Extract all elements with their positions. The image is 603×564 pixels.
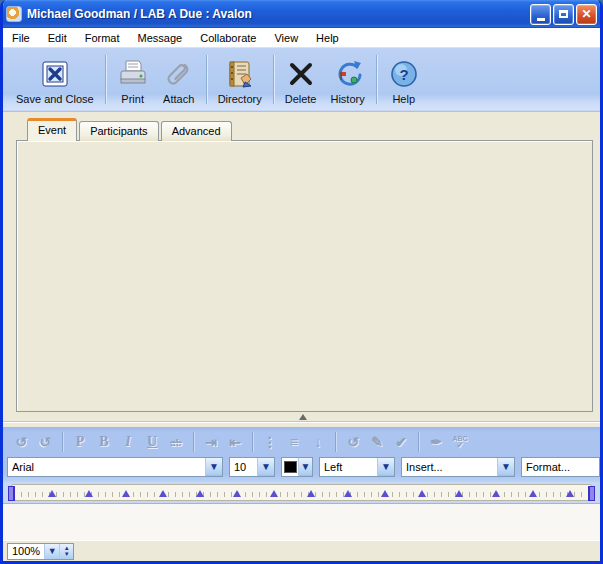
chevron-down-icon[interactable]: ▼ (497, 458, 514, 476)
pen-icon[interactable]: ✎ (365, 431, 389, 453)
print-button[interactable]: Print (110, 51, 156, 108)
tab-stop-icon[interactable] (196, 490, 204, 497)
spellcheck-icon[interactable]: ABC ✓ (448, 431, 472, 453)
splitter-collapse-icon[interactable] (299, 414, 307, 420)
undo-icon[interactable]: ↺ (9, 431, 33, 453)
format-separator (193, 432, 194, 452)
paragraph-lines-icon[interactable]: ≡ (282, 431, 306, 453)
tab-stop-icon[interactable] (270, 490, 278, 497)
format-icon-row: ↺ ↻ P B I U ab ⇥ ⇤ ⋮ ≡ ↓ ↺ ✎ ✔ ✒ ABC ✓ (9, 429, 472, 455)
chevron-down-icon[interactable]: ▼ (377, 458, 394, 476)
bold-icon[interactable]: B (92, 431, 116, 453)
chevron-down-icon[interactable]: ▼ (44, 544, 59, 559)
underline-icon[interactable]: U (140, 431, 164, 453)
attach-icon (163, 57, 195, 91)
menu-view[interactable]: View (265, 29, 307, 47)
save-and-close-button[interactable]: Save and Close (9, 51, 101, 108)
message-body[interactable] (3, 503, 600, 540)
tab-strip: Event Participants Advanced (27, 118, 234, 141)
tab-stop-icon[interactable] (418, 490, 426, 497)
chevron-down-icon[interactable]: ▼ (205, 458, 222, 476)
format-dropdown[interactable]: Format... (521, 457, 600, 477)
maximize-button[interactable] (553, 4, 574, 25)
outline-list-icon[interactable]: ⋮ (258, 431, 282, 453)
font-color-dropdown[interactable]: ▼ (281, 457, 313, 477)
print-label: Print (121, 93, 144, 105)
format-separator (335, 432, 336, 452)
format-separator (252, 432, 253, 452)
font-family-dropdown[interactable]: Arial ▼ (7, 457, 223, 477)
indent-increase-icon[interactable]: ⇥ (199, 431, 223, 453)
directory-button[interactable]: Directory (211, 51, 269, 108)
help-label: Help (392, 93, 415, 105)
menu-help[interactable]: Help (307, 29, 348, 47)
tab-stop-icon[interactable] (344, 490, 352, 497)
zoom-value: 100% (12, 545, 40, 557)
insert-dropdown[interactable]: Insert... ▼ (401, 457, 515, 477)
tab-event[interactable]: Event (27, 118, 77, 141)
help-button[interactable]: ? Help (381, 51, 427, 108)
align-dropdown[interactable]: Left ▼ (319, 457, 395, 477)
attach-button[interactable]: Attach (156, 51, 202, 108)
align-value: Left (324, 461, 342, 473)
history-label: History (330, 93, 364, 105)
signature-icon[interactable]: ✒ (424, 431, 448, 453)
rotate-icon[interactable]: ↺ (341, 431, 365, 453)
menu-file[interactable]: File (3, 29, 39, 47)
menu-format[interactable]: Format (76, 29, 129, 47)
delete-button[interactable]: Delete (278, 51, 324, 108)
minimize-button[interactable] (530, 4, 551, 25)
tab-stop-icon[interactable] (85, 490, 93, 497)
menu-collaborate[interactable]: Collaborate (191, 29, 265, 47)
move-down-icon[interactable]: ↓ (306, 431, 330, 453)
tab-stop-icon[interactable] (122, 490, 130, 497)
toolbar-separator (105, 55, 106, 104)
plain-style-icon[interactable]: P (68, 431, 92, 453)
indent-decrease-icon[interactable]: ⇤ (223, 431, 247, 453)
italic-icon[interactable]: I (116, 431, 140, 453)
chevron-down-icon[interactable]: ▼ (298, 458, 312, 476)
main-toolbar: Save and Close Print Attach (3, 48, 600, 112)
svg-text:?: ? (399, 66, 408, 83)
history-button[interactable]: History (323, 51, 371, 108)
toolbar-separator (273, 55, 274, 104)
splitter-bar[interactable] (3, 412, 600, 427)
font-size-dropdown[interactable]: 10 ▼ (229, 457, 275, 477)
tab-advanced[interactable]: Advanced (161, 121, 232, 141)
tab-stop-icon[interactable] (455, 490, 463, 497)
format-separator (418, 432, 419, 452)
zoom-spinner[interactable]: ▲▼ (59, 544, 73, 559)
left-margin-marker[interactable] (8, 486, 15, 501)
redo-icon[interactable]: ↻ (33, 431, 57, 453)
tab-participants[interactable]: Participants (79, 121, 158, 141)
tab-stop-icon[interactable] (307, 490, 315, 497)
insert-value: Insert... (406, 461, 443, 473)
menu-bar: File Edit Format Message Collaborate Vie… (3, 28, 600, 48)
print-icon (117, 57, 149, 91)
approve-icon[interactable]: ✔ (389, 431, 413, 453)
ruler-track[interactable] (11, 484, 592, 501)
tab-stop-icon[interactable] (566, 490, 574, 497)
close-icon: ✕ (581, 7, 591, 21)
tab-stop-icon[interactable] (492, 490, 500, 497)
title-bar[interactable]: Michael Goodman / LAB A Due : Avalon ✕ (0, 0, 603, 28)
font-size-value: 10 (234, 461, 246, 473)
ruler[interactable] (3, 482, 600, 503)
tab-stop-icon[interactable] (529, 490, 537, 497)
menu-edit[interactable]: Edit (39, 29, 76, 47)
format-value: Format... (526, 461, 570, 473)
directory-label: Directory (218, 93, 262, 105)
menu-message[interactable]: Message (129, 29, 192, 47)
save-and-close-icon (40, 57, 70, 91)
strikethrough-icon[interactable]: ab (164, 431, 188, 453)
format-separator (62, 432, 63, 452)
right-margin-marker[interactable] (588, 486, 595, 501)
tab-stop-icon[interactable] (233, 490, 241, 497)
tab-stop-icon[interactable] (381, 490, 389, 497)
tab-stop-icon[interactable] (159, 490, 167, 497)
close-button[interactable]: ✕ (576, 4, 597, 25)
chevron-down-icon[interactable]: ▼ (257, 458, 274, 476)
toolbar-separator (376, 55, 377, 104)
zoom-control[interactable]: 100% ▼ ▲▼ (7, 543, 74, 560)
tab-stop-icon[interactable] (48, 490, 56, 497)
